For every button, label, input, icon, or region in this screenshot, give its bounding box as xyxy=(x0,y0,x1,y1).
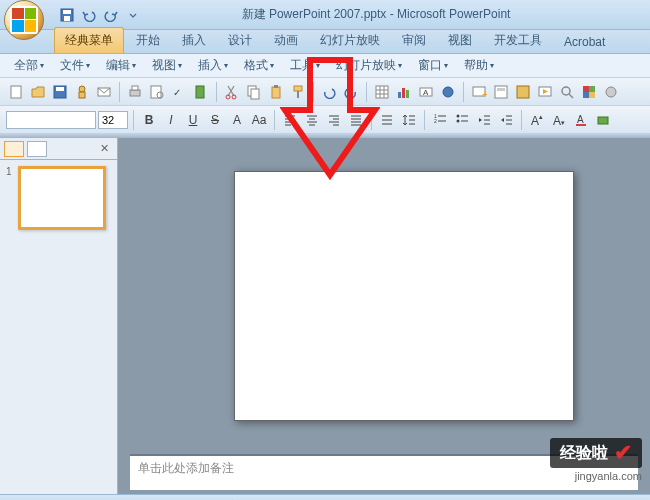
shape-icon[interactable] xyxy=(593,110,613,130)
separator xyxy=(371,110,372,130)
italic-button[interactable]: I xyxy=(161,110,181,130)
align-center-icon[interactable] xyxy=(302,110,322,130)
font-color-icon[interactable]: A xyxy=(571,110,591,130)
new-slide-icon[interactable]: + xyxy=(469,82,489,102)
svg-rect-38 xyxy=(517,86,529,98)
separator xyxy=(216,82,217,102)
notes-area[interactable]: 单击此处添加备注 xyxy=(130,454,638,490)
text-effect-button[interactable]: A xyxy=(227,110,247,130)
menu-tools[interactable]: 工具▾ xyxy=(284,55,326,76)
copy-icon[interactable] xyxy=(244,82,264,102)
options-icon[interactable] xyxy=(601,82,621,102)
svg-rect-20 xyxy=(274,85,278,88)
slide[interactable] xyxy=(234,171,574,421)
redo-icon[interactable] xyxy=(341,82,361,102)
slideshow-icon[interactable] xyxy=(535,82,555,102)
line-spacing-icon[interactable] xyxy=(399,110,419,130)
slide-thumbnail[interactable] xyxy=(18,166,106,230)
menu-format[interactable]: 格式▾ xyxy=(238,55,280,76)
thumbnail-item[interactable]: 1 xyxy=(6,166,111,230)
align-right-icon[interactable] xyxy=(324,110,344,130)
menu-edit[interactable]: 编辑▾ xyxy=(100,55,142,76)
office-button[interactable] xyxy=(4,0,44,40)
chart-icon[interactable] xyxy=(394,82,414,102)
cut-icon[interactable] xyxy=(222,82,242,102)
font-name-input[interactable] xyxy=(6,111,96,129)
textbox-icon[interactable]: A xyxy=(416,82,436,102)
tab-review[interactable]: 审阅 xyxy=(392,28,436,53)
svg-rect-10 xyxy=(132,86,138,90)
save-icon[interactable] xyxy=(58,6,76,24)
print-preview-icon[interactable] xyxy=(147,82,167,102)
tab-home[interactable]: 开始 xyxy=(126,28,170,53)
menu-help-label: 帮助 xyxy=(464,57,488,74)
menu-insert[interactable]: 插入▾ xyxy=(192,55,234,76)
tab-insert[interactable]: 插入 xyxy=(172,28,216,53)
chevron-down-icon: ▾ xyxy=(444,61,448,70)
underline-button[interactable]: U xyxy=(183,110,203,130)
svg-rect-19 xyxy=(272,87,280,98)
email-icon[interactable] xyxy=(94,82,114,102)
print-icon[interactable] xyxy=(125,82,145,102)
svg-rect-89 xyxy=(598,117,608,124)
tab-slideshow[interactable]: 幻灯片放映 xyxy=(310,28,390,53)
panel-close-button[interactable]: ✕ xyxy=(96,142,113,155)
spelling-icon[interactable]: ✓ xyxy=(169,82,189,102)
menu-window[interactable]: 窗口▾ xyxy=(412,55,454,76)
bold-button[interactable]: B xyxy=(139,110,159,130)
undo-icon[interactable] xyxy=(319,82,339,102)
menu-format-label: 格式 xyxy=(244,57,268,74)
menu-window-label: 窗口 xyxy=(418,57,442,74)
menu-help[interactable]: 帮助▾ xyxy=(458,55,500,76)
chevron-down-icon: ▾ xyxy=(86,61,90,70)
svg-rect-2 xyxy=(64,16,70,21)
distribute-icon[interactable] xyxy=(377,110,397,130)
justify-icon[interactable] xyxy=(346,110,366,130)
hyperlink-icon[interactable] xyxy=(438,82,458,102)
tab-developer[interactable]: 开发工具 xyxy=(484,28,552,53)
new-icon[interactable] xyxy=(6,82,26,102)
design-icon[interactable] xyxy=(513,82,533,102)
zoom-icon[interactable] xyxy=(557,82,577,102)
paste-icon[interactable] xyxy=(266,82,286,102)
tab-view[interactable]: 视图 xyxy=(438,28,482,53)
layout-icon[interactable] xyxy=(491,82,511,102)
research-icon[interactable] xyxy=(191,82,211,102)
slide-thumbnail-panel: ✕ 1 xyxy=(0,138,118,494)
menu-view[interactable]: 视图▾ xyxy=(146,55,188,76)
svg-point-46 xyxy=(606,87,616,97)
open-icon[interactable] xyxy=(28,82,48,102)
change-case-button[interactable]: Aa xyxy=(249,110,269,130)
increase-indent-icon[interactable] xyxy=(496,110,516,130)
color-scheme-icon[interactable] xyxy=(579,82,599,102)
svg-text:A: A xyxy=(531,114,539,127)
menu-tools-label: 工具 xyxy=(290,57,314,74)
font-size-input[interactable] xyxy=(98,111,128,129)
menu-slideshow[interactable]: 幻灯片放映▾ xyxy=(330,55,408,76)
separator xyxy=(463,82,464,102)
decrease-font-icon[interactable]: A▾ xyxy=(549,110,569,130)
window-title: 新建 PowerPoint 2007.pptx - Microsoft Powe… xyxy=(102,6,650,23)
slides-tab[interactable] xyxy=(4,141,24,157)
align-left-icon[interactable] xyxy=(280,110,300,130)
menu-all[interactable]: 全部▾ xyxy=(8,55,50,76)
save-icon[interactable] xyxy=(50,82,70,102)
table-icon[interactable] xyxy=(372,82,392,102)
tab-acrobat[interactable]: Acrobat xyxy=(554,31,615,53)
outline-tab[interactable] xyxy=(27,141,47,157)
svg-text:▾: ▾ xyxy=(561,119,565,126)
numbering-icon[interactable]: 12 xyxy=(430,110,450,130)
menu-slideshow-label: 幻灯片放映 xyxy=(336,57,396,74)
increase-font-icon[interactable]: A▴ xyxy=(527,110,547,130)
tab-animation[interactable]: 动画 xyxy=(264,28,308,53)
undo-icon[interactable] xyxy=(80,6,98,24)
permission-icon[interactable] xyxy=(72,82,92,102)
svg-rect-29 xyxy=(402,88,405,98)
tab-classic-menu[interactable]: 经典菜单 xyxy=(54,27,124,53)
strikethrough-button[interactable]: S xyxy=(205,110,225,130)
decrease-indent-icon[interactable] xyxy=(474,110,494,130)
tab-design[interactable]: 设计 xyxy=(218,28,262,53)
bullets-icon[interactable] xyxy=(452,110,472,130)
format-painter-icon[interactable] xyxy=(288,82,308,102)
menu-file[interactable]: 文件▾ xyxy=(54,55,96,76)
